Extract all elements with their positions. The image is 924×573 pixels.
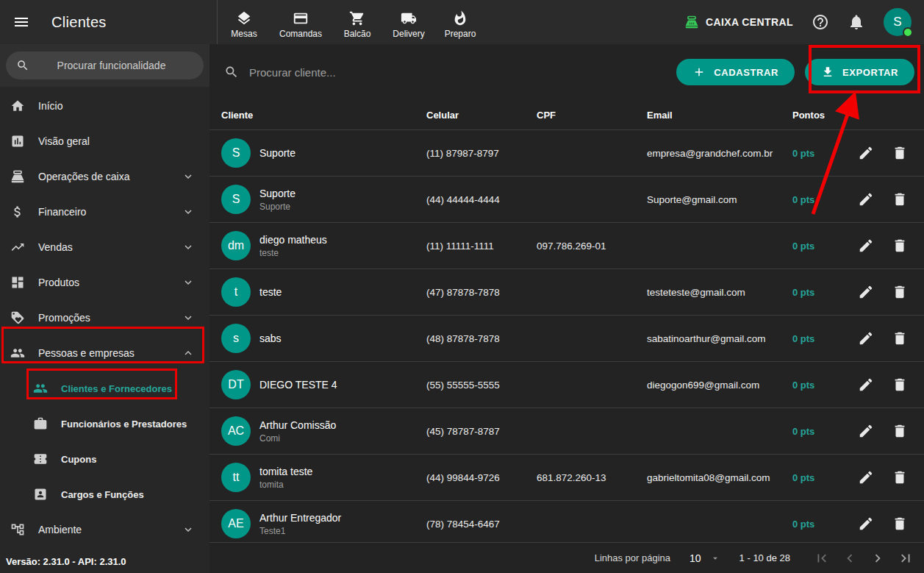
- sidebar-search-bar: [0, 44, 209, 87]
- edit-icon[interactable]: [858, 191, 874, 207]
- edit-icon[interactable]: [858, 469, 874, 485]
- client-search-input[interactable]: [249, 66, 676, 79]
- prev-page-icon[interactable]: [842, 550, 858, 566]
- delete-icon[interactable]: [892, 377, 908, 393]
- client-name: Suporte: [259, 147, 296, 159]
- client-name: tomita teste: [259, 466, 312, 477]
- chevron-down-icon: [182, 241, 195, 254]
- edit-icon[interactable]: [858, 516, 874, 532]
- sidebar-item-operacoes-de-caixa[interactable]: Operações de caixa: [0, 159, 209, 194]
- trending-up-icon: [10, 240, 25, 255]
- table-row[interactable]: AC Arthur Comissão Comi (45) 78787-8787 …: [209, 407, 924, 454]
- table-row[interactable]: s sabs (48) 87878-7878 sabatinoarthur@gm…: [209, 315, 924, 361]
- table-row[interactable]: tt tomita teste tomita (44) 99844-9726 6…: [209, 454, 924, 500]
- delete-icon[interactable]: [892, 469, 908, 485]
- menu-icon[interactable]: [12, 13, 30, 31]
- chevron-down-icon: [182, 276, 195, 289]
- client-cpf: 681.872.260-13: [537, 472, 647, 483]
- cashier-button[interactable]: CAIXA CENTRAL: [684, 15, 793, 29]
- pager: [814, 550, 914, 566]
- client-points: 0 pts: [792, 472, 855, 483]
- edit-icon[interactable]: [858, 238, 874, 254]
- topbar-right: CAIXA CENTRAL S: [684, 8, 924, 36]
- sidebar-item-visao-geral[interactable]: Visão geral: [0, 124, 209, 159]
- delete-icon[interactable]: [892, 330, 908, 346]
- table-row[interactable]: AE Arthur Entregador Teste1 (78) 78454-6…: [209, 500, 924, 542]
- bar-chart-icon: [10, 134, 25, 149]
- topbar: Clientes Mesas Comandas Balcão Delivery …: [0, 0, 924, 44]
- chevron-down-icon: [710, 553, 720, 563]
- client-cell: dm diego matheus teste: [221, 231, 426, 260]
- table-row[interactable]: DT DIEGO TESTE 4 (55) 55555-5555 diegogo…: [209, 361, 924, 407]
- edit-icon[interactable]: [858, 423, 874, 439]
- table-row[interactable]: t teste (47) 87878-7878 testeteste@gmail…: [209, 268, 924, 315]
- chevron-down-icon: [182, 170, 195, 183]
- table-row[interactable]: S Suporte (11) 87987-8797 empresa@grandc…: [209, 129, 924, 176]
- sidebar-item-financeiro[interactable]: Financeiro: [0, 194, 209, 229]
- nav-comandas[interactable]: Comandas: [279, 10, 322, 39]
- nav-preparo[interactable]: Preparo: [444, 10, 476, 39]
- sidebar-item-clientes-e-fornecedores[interactable]: Clientes e Fornecedores: [0, 371, 209, 406]
- avatar: S: [221, 138, 251, 168]
- delete-icon[interactable]: [892, 516, 908, 532]
- sidebar-item-funcionarios-e-prestadores[interactable]: Funcionários e Prestadores: [0, 406, 209, 441]
- chevron-down-icon: [182, 205, 195, 218]
- edit-icon[interactable]: [858, 284, 874, 300]
- sidebar-item-produtos[interactable]: Produtos: [0, 265, 209, 300]
- edit-icon[interactable]: [858, 145, 874, 161]
- sidebar-item-vendas[interactable]: Vendas: [0, 229, 209, 265]
- client-email: testeteste@gmail.com: [647, 287, 792, 298]
- sidebar-item-inicio[interactable]: Início: [0, 88, 209, 124]
- next-page-icon[interactable]: [870, 550, 886, 566]
- first-page-icon[interactable]: [814, 550, 830, 566]
- delete-icon[interactable]: [892, 238, 908, 254]
- main-content: CADASTRAR EXPORTAR Cliente Celular CPF E…: [209, 44, 924, 573]
- client-name: diego matheus: [259, 234, 327, 246]
- edit-icon[interactable]: [858, 377, 874, 393]
- sidebar-item-ambiente[interactable]: Ambiente: [0, 512, 209, 547]
- rows-per-page-select[interactable]: 10: [690, 552, 720, 564]
- export-button[interactable]: EXPORTAR: [805, 59, 914, 85]
- help-icon[interactable]: [812, 13, 829, 31]
- tree-icon: [10, 522, 25, 537]
- delete-icon[interactable]: [892, 284, 908, 300]
- client-phone: (47) 87878-7878: [426, 287, 537, 298]
- sidebar-search-input[interactable]: [29, 60, 193, 71]
- nav-delivery[interactable]: Delivery: [393, 10, 425, 39]
- edit-icon[interactable]: [858, 330, 874, 346]
- client-points: 0 pts: [792, 194, 855, 205]
- client-name: Suporte: [259, 188, 296, 199]
- bell-icon[interactable]: [848, 13, 865, 31]
- client-phone: (48) 87878-7878: [426, 333, 537, 344]
- sidebar-item-cargos-e-funcoes[interactable]: Cargos e Funções: [0, 477, 209, 512]
- sidebar-item-cupons[interactable]: Cupons: [0, 441, 209, 477]
- sidebar-item-promocoes[interactable]: Promoções: [0, 300, 209, 335]
- avatar: AE: [221, 509, 251, 538]
- sidebar-menu: Início Visão geral Operações de caixa Fi…: [0, 87, 209, 547]
- delete-icon[interactable]: [892, 145, 908, 161]
- user-avatar[interactable]: S: [884, 8, 912, 36]
- sidebar-search-pill[interactable]: [6, 51, 204, 79]
- nav-balcao[interactable]: Balcão: [341, 10, 373, 39]
- client-phone: (78) 78454-6467: [426, 519, 537, 530]
- table-row[interactable]: S Suporte Suporte (44) 44444-4444 Suport…: [209, 176, 924, 222]
- cash-register-icon: [684, 15, 699, 29]
- table-row[interactable]: dm diego matheus teste (11) 11111-1111 0…: [209, 222, 924, 268]
- last-page-icon[interactable]: [898, 550, 914, 566]
- layers-icon: [236, 10, 252, 26]
- col-celular: Celular: [426, 110, 537, 121]
- client-phone: (45) 78787-8787: [426, 426, 537, 437]
- client-email: Suporte@gmail.com: [647, 194, 792, 205]
- nav-mesas[interactable]: Mesas: [228, 10, 260, 39]
- delete-icon[interactable]: [892, 191, 908, 207]
- client-email: empresa@grandchef.com.br: [647, 148, 792, 159]
- badge-icon: [33, 487, 48, 502]
- register-button[interactable]: CADASTRAR: [676, 59, 795, 85]
- client-email: gabrieltomita08@gmail.com: [647, 472, 792, 483]
- coupon-icon: [33, 452, 48, 466]
- shopping-cart-icon: [349, 10, 365, 26]
- client-phone: (11) 11111-1111: [426, 241, 537, 252]
- sidebar-item-pessoas-e-empresas[interactable]: Pessoas e empresas: [0, 335, 209, 371]
- delete-icon[interactable]: [892, 423, 908, 439]
- client-phone: (55) 55555-5555: [426, 380, 537, 391]
